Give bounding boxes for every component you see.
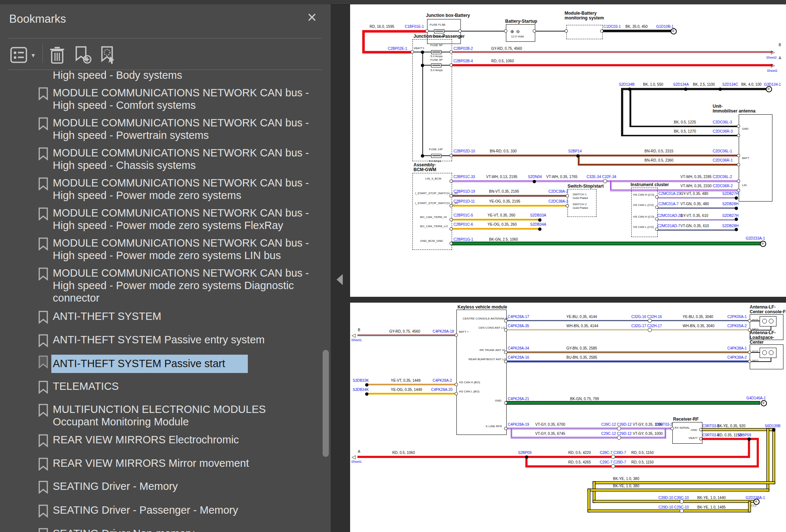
bookmark-item[interactable]: TELEMATICS	[53, 380, 119, 392]
bookmark-item[interactable]: SEATING Driver - Memory	[53, 480, 178, 492]
connector-label[interactable]: G4D146A-1	[746, 396, 766, 400]
bookmark-item[interactable]: ANTI-THEFT SYSTEM	[53, 310, 161, 322]
connector-label[interactable]: C2DC38A-2	[548, 190, 568, 193]
bookmark-item[interactable]: MODULE COMMUNICATIONS NETWORK CAN bus - …	[53, 117, 309, 141]
sheet-link[interactable]: Sheet2	[766, 56, 777, 59]
connector-label[interactable]: S2DB27H	[722, 192, 738, 196]
bookmark-icon[interactable]	[38, 237, 48, 251]
connector-label[interactable]: C39D-10 C39C-10	[658, 496, 689, 500]
sheet-arrow-icon[interactable]: ◁	[352, 454, 356, 460]
connector-label[interactable]: C4PK28A-35	[508, 324, 529, 328]
sheet-arrow-icon[interactable]: ▷	[771, 62, 775, 68]
connector-label[interactable]: S2D134A	[673, 83, 689, 86]
sidebar-scrollbar-thumb[interactable]	[323, 350, 329, 457]
connector-label[interactable]: C2DC06R-3	[713, 130, 732, 133]
bookmark-icon[interactable]	[38, 311, 48, 324]
connector-label[interactable]: C2DC06R-1	[713, 159, 732, 162]
bookmark-icon[interactable]	[38, 528, 48, 532]
connector-label[interactable]: S2BP14	[568, 149, 582, 153]
connector-label[interactable]: S2DB34A	[530, 223, 546, 226]
connector-label[interactable]: C2BP02D-10	[453, 149, 475, 153]
connector-label[interactable]: C4PK38A-1	[727, 347, 747, 350]
connector-label[interactable]: C9RT03-2	[655, 423, 672, 426]
connector-label[interactable]: C2MC01AD-7	[657, 224, 680, 228]
connector-label[interactable]: C1BF01E-1	[405, 25, 424, 29]
connector-label[interactable]: S2DB27H	[722, 214, 738, 218]
bookmark-icon[interactable]	[38, 267, 48, 281]
bookmark-item[interactable]: MODULE COMMUNICATIONS NETWORK CAN bus - …	[53, 207, 309, 232]
connector-label[interactable]: C4PK28A-18	[433, 330, 454, 333]
sheet-link[interactable]: Sheet1	[351, 339, 362, 342]
connector-label[interactable]: G2D233A-1	[746, 237, 765, 240]
connector-label[interactable]: C32G-16 C32H-16	[631, 315, 662, 319]
connector-label[interactable]: C2DC06L-2	[713, 175, 732, 179]
connector-label[interactable]: G2D238A-1	[746, 496, 765, 500]
bookmark-icon[interactable]	[38, 434, 48, 447]
connector-label[interactable]: C4PK28A-20	[431, 388, 452, 392]
bookmark-item[interactable]: ANTI-THEFT SYSTEM Passive entry system	[53, 333, 265, 346]
bookmark-icon[interactable]	[38, 505, 48, 518]
connector-label[interactable]: C2BP01D-19	[453, 190, 475, 193]
connector-label[interactable]: S2DB28H	[722, 224, 738, 228]
connector-label[interactable]: C2BP02B-4	[453, 59, 473, 63]
connector-label[interactable]: C2DC06L-3	[713, 121, 732, 124]
close-icon[interactable]: ×	[307, 8, 317, 26]
trash-icon[interactable]	[49, 46, 65, 64]
connector-label[interactable]: S2D134B	[619, 83, 635, 86]
connector-label[interactable]: C4PK28A-16	[508, 356, 529, 359]
connector-label[interactable]: C4PK38A-2	[727, 356, 747, 359]
connector-label[interactable]: C2BP02B-2	[453, 47, 473, 51]
sheet-link[interactable]: Sheet1	[351, 460, 362, 463]
connector-label[interactable]: S2BP09	[518, 451, 532, 455]
bookmark-item-selected[interactable]: ANTI-THEFT SYSTEM Passive start	[51, 355, 248, 373]
connector-label[interactable]: C2BP02E-1	[388, 47, 407, 51]
bookmark-icon[interactable]	[38, 458, 48, 471]
connector-label[interactable]: S2DN04	[528, 175, 542, 179]
connector-label[interactable]: C2MC01AD-23	[657, 214, 682, 218]
connector-label[interactable]: S9BP09	[738, 433, 751, 437]
connector-label[interactable]: C39C-12 C39D-12	[601, 423, 632, 426]
bookmark-icon[interactable]	[38, 117, 48, 130]
bookmark-icon[interactable]	[38, 334, 48, 347]
connector-label[interactable]: C2DC06L-1	[713, 149, 732, 153]
connector-label[interactable]: C2BP01C-6	[453, 223, 473, 226]
bookmark-icon[interactable]	[38, 207, 48, 221]
find-current-bookmark-icon[interactable]	[99, 46, 117, 64]
bookmark-item[interactable]: SEATING Driver Non-memory	[53, 527, 194, 532]
connector-label[interactable]: C2MC01A-7	[658, 202, 679, 206]
connector-label[interactable]: C39C-7 C39D-7	[600, 451, 626, 455]
connector-label[interactable]: C4PK28A-17	[508, 315, 529, 319]
connector-label[interactable]: S3DB34K	[353, 388, 369, 392]
connector-label[interactable]: C29D-10 C29C-10	[658, 506, 689, 509]
connector-label[interactable]: S6D139B	[765, 424, 781, 428]
bookmark-icon[interactable]	[38, 481, 48, 494]
bookmark-options-icon[interactable]	[10, 46, 29, 64]
connector-label[interactable]: C2BP01D-11	[453, 200, 475, 203]
connector-label[interactable]: S2DB33A	[530, 214, 546, 217]
bookmark-item[interactable]: REAR VIEW MIRRORS Mirror movement	[53, 457, 249, 469]
connector-label[interactable]: C2PK05A-2	[727, 324, 747, 328]
bookmark-item[interactable]: MODULE COMMUNICATIONS NETWORK CAN bus - …	[53, 237, 309, 262]
connector-label[interactable]: S2D134C	[722, 83, 738, 86]
connector-label[interactable]: C1DC03-1	[603, 25, 621, 29]
bookmark-item[interactable]: MODULE COMMUNICATIONS NETWORK CAN bus - …	[53, 267, 309, 304]
bookmark-item[interactable]: High speed - Body systems	[53, 69, 182, 81]
connector-label[interactable]: C29C-12 C29D-12	[601, 432, 632, 436]
connector-label[interactable]: G3D134-1	[764, 83, 781, 86]
connector-label[interactable]: C2DC06R-2	[713, 184, 732, 188]
bookmark-item[interactable]: MODULE COMMUNICATIONS NETWORK CAN bus - …	[53, 86, 309, 111]
chevron-down-icon[interactable]: ▾	[32, 51, 35, 59]
connector-label[interactable]: C2PK05A-1	[727, 315, 747, 319]
connector-label[interactable]: C32E-34 C32F-34	[587, 175, 616, 179]
bookmark-icon[interactable]	[38, 147, 48, 160]
connector-label[interactable]: S2DB28H	[722, 202, 738, 206]
bookmark-icon[interactable]	[38, 177, 48, 191]
sheet-arrow-icon[interactable]: ◁	[352, 332, 356, 338]
connector-label[interactable]: C2BP01C-33	[453, 175, 475, 179]
connector-label[interactable]: C32G-17 C32H-17	[631, 324, 662, 328]
connector-label[interactable]: G1D10B-1	[656, 25, 673, 29]
connector-label[interactable]: C2DC38A-3	[548, 200, 568, 203]
collapse-panel-icon[interactable]	[337, 274, 343, 285]
bookmark-item[interactable]: MODULE COMMUNICATIONS NETWORK CAN bus - …	[53, 177, 309, 202]
connector-label[interactable]: C2MC01A-23	[658, 192, 681, 196]
